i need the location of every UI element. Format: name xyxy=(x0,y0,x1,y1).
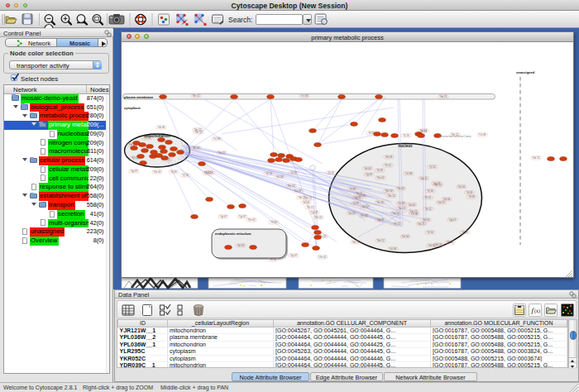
svg-text:Yjl 14: Yjl 14 xyxy=(182,174,189,177)
svg-text:Yjl 14: Yjl 14 xyxy=(403,134,409,137)
svg-text:Yfr 11: Yfr 11 xyxy=(394,222,400,226)
svg-text:Yal 04: Yal 04 xyxy=(276,175,284,179)
svg-text:Yel 03: Yel 03 xyxy=(423,218,430,222)
svg-text:Yhr 02: Yhr 02 xyxy=(377,176,385,179)
svg-text:Yel 03: Yel 03 xyxy=(303,201,310,204)
svg-text:mitochondrion: mitochondrion xyxy=(144,134,170,138)
svg-text:Ylr 23: Ylr 23 xyxy=(420,129,427,132)
svg-text:Yfr 11: Yfr 11 xyxy=(305,197,312,200)
svg-text:Ycl 08: Ycl 08 xyxy=(411,212,419,215)
svg-text:Ycl 08: Ycl 08 xyxy=(294,189,302,193)
svg-text:Ybr 12: Ybr 12 xyxy=(385,189,393,193)
svg-text:Ybr 12: Ybr 12 xyxy=(398,206,405,209)
svg-text:Yhr 02: Yhr 02 xyxy=(319,256,327,259)
svg-text:Yhr 02: Yhr 02 xyxy=(248,218,256,222)
svg-text:Ydr 21: Ydr 21 xyxy=(420,176,428,179)
svg-text:Yfr 11: Yfr 11 xyxy=(356,192,362,195)
svg-text:Ygl 07: Ygl 07 xyxy=(220,215,227,218)
svg-text:Ybr 12: Ybr 12 xyxy=(194,128,202,131)
svg-text:Yjl 14: Yjl 14 xyxy=(427,231,433,234)
svg-text:Yhr 02: Yhr 02 xyxy=(376,201,384,204)
svg-text:Yjl 14: Yjl 14 xyxy=(427,189,433,193)
svg-text:nucleus: nucleus xyxy=(398,143,413,147)
svg-text:Yfr 11: Yfr 11 xyxy=(270,258,276,261)
svg-text:Ycl 08: Ycl 08 xyxy=(479,133,486,136)
svg-text:Ycl 08: Ycl 08 xyxy=(390,247,397,251)
svg-text:unassigned: unassigned xyxy=(516,70,535,74)
svg-text:Ygl 07: Ygl 07 xyxy=(290,254,298,257)
svg-text:(x): (x) xyxy=(534,308,540,314)
svg-text:Ygl 07: Ygl 07 xyxy=(366,173,373,176)
svg-text:Yjl 14: Yjl 14 xyxy=(429,165,436,168)
svg-text:cytoplasm: cytoplasm xyxy=(124,106,141,110)
svg-text:Ybr 12: Ybr 12 xyxy=(377,239,385,242)
svg-text:Yil 09: Yil 09 xyxy=(349,188,356,191)
svg-text:Yfr 11: Yfr 11 xyxy=(385,164,391,167)
svg-text:Yil 09: Yil 09 xyxy=(462,231,468,234)
svg-text:Yel 03: Yel 03 xyxy=(458,184,466,188)
svg-text:Ygl 07: Ygl 07 xyxy=(131,170,138,173)
svg-text:Yal 04: Yal 04 xyxy=(361,204,369,208)
svg-text:Ygl 07: Ygl 07 xyxy=(449,218,457,221)
svg-text:Yjl 14: Yjl 14 xyxy=(376,169,383,172)
svg-text:Yfr 11: Yfr 11 xyxy=(424,196,431,199)
svg-text:Yil 09: Yil 09 xyxy=(468,195,475,198)
svg-text:annotation.cellularComp: annotation.cellularComp xyxy=(438,135,471,138)
svg-text:Yel 03: Yel 03 xyxy=(385,155,393,159)
svg-text:Yel 03: Yel 03 xyxy=(348,211,356,214)
svg-text:Ybr 12: Ybr 12 xyxy=(388,194,395,197)
svg-text:Ydr 21: Ydr 21 xyxy=(418,222,425,225)
svg-text:Yel 03: Yel 03 xyxy=(237,244,245,247)
svg-text:Ygl 07: Ygl 07 xyxy=(311,211,318,214)
svg-text:Ygl 07: Ygl 07 xyxy=(239,215,246,218)
svg-text:Yhr 02: Yhr 02 xyxy=(154,170,161,174)
svg-text:plasma membrane: plasma membrane xyxy=(124,94,154,98)
svg-text:Yhr 02: Yhr 02 xyxy=(361,214,368,218)
svg-text:Yhr 02: Yhr 02 xyxy=(315,216,323,219)
svg-text:Yfr 11: Yfr 11 xyxy=(425,207,432,210)
svg-text:Ydr 21: Ydr 21 xyxy=(438,201,445,204)
svg-text:Ygl 07: Ygl 07 xyxy=(354,196,361,199)
svg-text:Ycl 08: Ycl 08 xyxy=(301,94,309,98)
svg-text:Ycl 08: Ycl 08 xyxy=(398,202,405,205)
svg-text:Ycl 08: Ycl 08 xyxy=(213,137,221,141)
svg-text:endoplasmic reticulum: endoplasmic reticulum xyxy=(215,231,251,235)
svg-text:Yel 03: Yel 03 xyxy=(435,243,443,246)
svg-text:Yal 04: Yal 04 xyxy=(428,244,436,247)
svg-text:Ybr 12: Ybr 12 xyxy=(193,94,200,98)
svg-text:Yal 04: Yal 04 xyxy=(409,203,416,206)
svg-text:Yfr 11: Yfr 11 xyxy=(204,171,211,174)
svg-text:Yil 09: Yil 09 xyxy=(170,170,177,174)
svg-text:Yfr 11: Yfr 11 xyxy=(307,206,313,209)
svg-text:Ydr 21: Ydr 21 xyxy=(218,151,226,155)
svg-text:Yal 04: Yal 04 xyxy=(392,212,400,215)
svg-text:Yjl 14: Yjl 14 xyxy=(266,172,272,175)
svg-text:Yal 04: Yal 04 xyxy=(158,126,165,129)
svg-text:Ydr 21: Ydr 21 xyxy=(352,241,360,244)
svg-text:Yil 09: Yil 09 xyxy=(352,202,359,205)
svg-text:Yil 09: Yil 09 xyxy=(467,190,473,194)
svg-text:Yal 04: Yal 04 xyxy=(402,235,409,238)
svg-text:Yjl 14: Yjl 14 xyxy=(328,171,334,174)
svg-text:Yjl 14: Yjl 14 xyxy=(447,241,453,244)
svg-text:Yel 03: Yel 03 xyxy=(364,166,371,170)
svg-text:Yel 03: Yel 03 xyxy=(193,146,200,150)
svg-text:Ydr 21: Ydr 21 xyxy=(440,95,447,98)
svg-text:Ycl 08: Ycl 08 xyxy=(405,172,413,175)
svg-text:Ygl 07: Ygl 07 xyxy=(433,181,441,184)
svg-text:Ydr 21: Ydr 21 xyxy=(533,156,540,160)
svg-text:Ybr 12: Ybr 12 xyxy=(288,184,295,188)
svg-text:Yil 09: Yil 09 xyxy=(290,171,297,174)
svg-text:Yil 09: Yil 09 xyxy=(270,221,277,224)
svg-text:Ygl 07: Ygl 07 xyxy=(377,218,385,222)
svg-text:Yhr 02: Yhr 02 xyxy=(397,187,404,190)
